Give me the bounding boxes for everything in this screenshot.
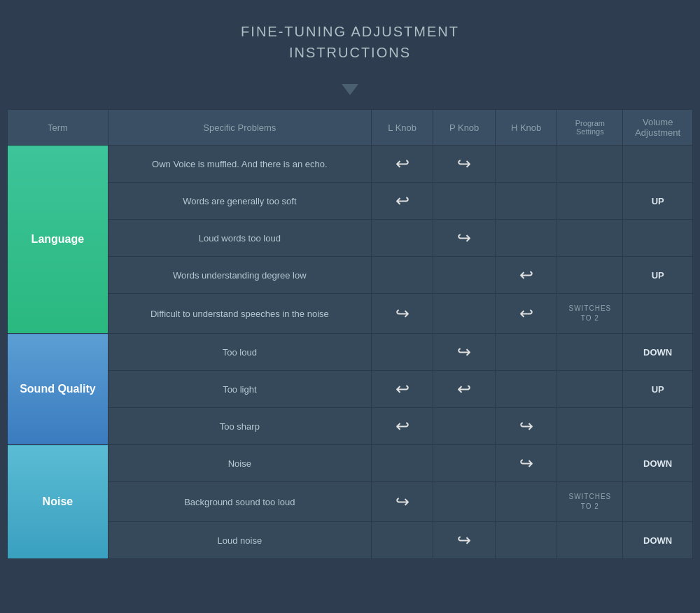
p-knob-cell bbox=[433, 482, 495, 522]
volume-cell bbox=[623, 294, 693, 334]
table-row: LanguageOwn Voice is muffled. And there … bbox=[8, 146, 693, 183]
header-h-knob: H Knob bbox=[495, 110, 556, 146]
term-cell-sound: Sound Quality bbox=[8, 334, 108, 445]
arrow-ccw-icon: ↩ bbox=[457, 381, 471, 397]
l-knob-cell: ↩ bbox=[371, 482, 433, 522]
program-cell bbox=[557, 408, 623, 445]
l-knob-cell bbox=[371, 445, 433, 482]
arrow-ccw-icon: ↩ bbox=[396, 418, 410, 435]
problem-cell: Difficult to understand speeches in the … bbox=[108, 294, 371, 334]
p-knob-cell: ↩ bbox=[433, 334, 495, 371]
table-row: Difficult to understand speeches in the … bbox=[8, 294, 693, 334]
volume-cell: DOWN bbox=[623, 522, 693, 559]
arrow-ccw-icon: ↩ bbox=[519, 267, 533, 283]
arrow-cw-icon: ↩ bbox=[457, 532, 471, 549]
table-row: Background sound too loud↩SWITCHES TO 2 bbox=[8, 482, 693, 522]
page-title: FINE-TUNING ADJUSTMENT INSTRUCTIONS bbox=[241, 21, 459, 63]
p-knob-cell: ↩ bbox=[433, 146, 495, 183]
program-cell bbox=[557, 522, 623, 559]
term-cell-noise: Noise bbox=[8, 445, 108, 559]
volume-cell: DOWN bbox=[623, 334, 693, 371]
arrow-cw-icon: ↩ bbox=[457, 230, 471, 246]
program-cell bbox=[557, 220, 623, 257]
l-knob-cell bbox=[371, 220, 433, 257]
program-cell bbox=[557, 445, 623, 482]
table-row: Sound QualityToo loud↩DOWN bbox=[8, 334, 693, 371]
volume-label: UP bbox=[652, 196, 664, 206]
h-knob-cell: ↩ bbox=[495, 257, 556, 294]
arrow-cw-icon: ↩ bbox=[457, 344, 471, 360]
l-knob-cell bbox=[371, 334, 433, 371]
adjustment-table: Term Specific Problems L Knob P Knob H K… bbox=[7, 109, 693, 559]
table-row: Words understanding degree low↩UP bbox=[8, 257, 693, 294]
problem-cell: Words understanding degree low bbox=[108, 257, 371, 294]
arrow-ccw-icon: ↩ bbox=[396, 155, 410, 172]
program-cell bbox=[557, 371, 623, 408]
arrow-cw-icon: ↩ bbox=[519, 418, 533, 435]
h-knob-cell bbox=[495, 371, 556, 408]
switches-label: SWITCHES TO 2 bbox=[568, 304, 611, 322]
arrow-ccw-icon: ↩ bbox=[396, 381, 410, 397]
main-table-container: Term Specific Problems L Knob P Knob H K… bbox=[7, 109, 693, 559]
program-cell bbox=[557, 257, 623, 294]
problem-cell: Too sharp bbox=[108, 408, 371, 445]
volume-cell bbox=[623, 220, 693, 257]
header-specific-problems: Specific Problems bbox=[108, 110, 371, 146]
p-knob-cell: ↩ bbox=[433, 522, 495, 559]
volume-cell: UP bbox=[623, 371, 693, 408]
l-knob-cell: ↩ bbox=[371, 408, 433, 445]
header-program-settings: Program Settings bbox=[557, 110, 623, 146]
l-knob-cell bbox=[371, 257, 433, 294]
h-knob-cell: ↩ bbox=[495, 408, 556, 445]
volume-cell bbox=[623, 482, 693, 522]
p-knob-cell bbox=[433, 294, 495, 334]
h-knob-cell bbox=[495, 482, 556, 522]
p-knob-cell bbox=[433, 408, 495, 445]
p-knob-cell: ↩ bbox=[433, 371, 495, 408]
volume-cell: DOWN bbox=[623, 445, 693, 482]
table-row: NoiseNoise↩DOWN bbox=[8, 445, 693, 482]
l-knob-cell: ↩ bbox=[371, 294, 433, 334]
problem-cell: Loud noise bbox=[108, 522, 371, 559]
l-knob-cell bbox=[371, 522, 433, 559]
volume-label: UP bbox=[652, 384, 664, 395]
h-knob-cell bbox=[495, 522, 556, 559]
header-term: Term bbox=[8, 110, 108, 146]
table-row: Words are generally too soft↩UP bbox=[8, 183, 693, 220]
volume-cell bbox=[623, 146, 693, 183]
volume-cell: UP bbox=[623, 257, 693, 294]
arrow-down-icon bbox=[342, 84, 358, 95]
volume-label: UP bbox=[652, 270, 664, 281]
problem-cell: Loud words too loud bbox=[108, 220, 371, 257]
table-row: Loud noise↩DOWN bbox=[8, 522, 693, 559]
h-knob-cell bbox=[495, 183, 556, 220]
p-knob-cell: ↩ bbox=[433, 220, 495, 257]
problem-cell: Too light bbox=[108, 371, 371, 408]
problem-cell: Own Voice is muffled. And there is an ec… bbox=[108, 146, 371, 183]
l-knob-cell: ↩ bbox=[371, 371, 433, 408]
l-knob-cell: ↩ bbox=[371, 146, 433, 183]
p-knob-cell bbox=[433, 257, 495, 294]
p-knob-cell bbox=[433, 183, 495, 220]
l-knob-cell: ↩ bbox=[371, 183, 433, 220]
header-volume-adjustment: Volume Adjustment bbox=[623, 110, 693, 146]
table-row: Loud words too loud↩ bbox=[8, 220, 693, 257]
volume-label: DOWN bbox=[643, 347, 672, 358]
problem-cell: Words are generally too soft bbox=[108, 183, 371, 220]
h-knob-cell bbox=[495, 146, 556, 183]
volume-cell: UP bbox=[623, 183, 693, 220]
program-cell bbox=[557, 334, 623, 371]
volume-label: DOWN bbox=[643, 535, 672, 546]
arrow-ccw-icon: ↩ bbox=[519, 305, 533, 322]
switches-label: SWITCHES TO 2 bbox=[568, 493, 611, 510]
arrow-cw-icon: ↩ bbox=[396, 493, 410, 510]
problem-cell: Too loud bbox=[108, 334, 371, 371]
h-knob-cell bbox=[495, 220, 556, 257]
h-knob-cell: ↩ bbox=[495, 445, 556, 482]
table-row: Too sharp↩↩ bbox=[8, 408, 693, 445]
program-cell: SWITCHES TO 2 bbox=[557, 482, 623, 522]
arrow-cw-icon: ↩ bbox=[457, 155, 471, 172]
problem-cell: Background sound too loud bbox=[108, 482, 371, 522]
arrow-ccw-icon: ↩ bbox=[396, 192, 410, 209]
h-knob-cell bbox=[495, 334, 556, 371]
